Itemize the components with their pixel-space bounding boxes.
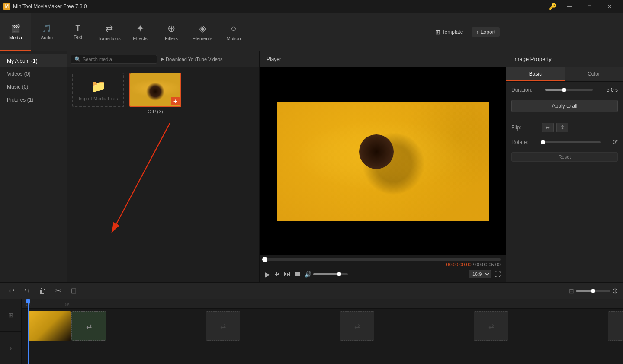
apply-all-button[interactable]: Apply to all — [511, 100, 618, 112]
fullscreen-button[interactable]: ⛶ — [495, 271, 501, 278]
media-thumbnail[interactable]: + — [129, 73, 181, 107]
template-button[interactable]: ⊞ Template — [435, 29, 463, 35]
transition-slot-0[interactable]: ⇄ — [71, 311, 106, 341]
stop-button[interactable]: ⏹ — [294, 270, 301, 278]
import-media-button[interactable]: 📁 Import Media Files — [72, 73, 124, 107]
tab-elements[interactable]: ◈ Elements — [187, 13, 218, 51]
delete-button[interactable]: 🗑 — [36, 285, 48, 297]
player-controls: ▶ ⏮ ⏭ ⏹ 🔊 16:9 9:16 1:1 4:3 ⛶ — [260, 268, 506, 282]
volume-slider[interactable] — [313, 273, 348, 275]
duration-slider[interactable] — [545, 89, 593, 91]
text-icon: T — [76, 24, 80, 33]
prev-frame-button[interactable]: ⏮ — [273, 270, 280, 278]
template-icon: ⊞ — [435, 29, 440, 35]
transition-slot-4[interactable]: ⇄ — [608, 311, 623, 341]
redo-button[interactable]: ↪ — [21, 285, 33, 297]
video-track-label: ⊞ — [0, 299, 21, 332]
tab-effects-label: Effects — [133, 36, 147, 41]
sidebar-item-myalbum[interactable]: My Album (1) — [0, 54, 67, 67]
tab-basic[interactable]: Basic — [506, 67, 565, 81]
volume-area: 🔊 — [305, 271, 348, 278]
zoom-plus-icon[interactable]: ⊕ — [612, 287, 618, 295]
undo-button[interactable]: ↩ — [5, 285, 17, 297]
tab-effects[interactable]: ✦ Effects — [125, 13, 156, 51]
tab-transitions[interactable]: ⇄ Transitions — [93, 13, 125, 51]
minimize-button[interactable]: — — [560, 0, 580, 13]
flip-horizontal-button[interactable]: ⇔ — [542, 123, 554, 132]
rotate-thumb[interactable] — [541, 140, 545, 144]
next-frame-button[interactable]: ⏭ — [284, 270, 291, 278]
download-icon: ▶ — [161, 56, 164, 62]
clip-thumbnail — [28, 311, 71, 341]
video-frame — [277, 102, 489, 221]
close-button[interactable]: ✕ — [600, 0, 620, 13]
progress-thumb[interactable] — [262, 257, 267, 262]
tab-text[interactable]: T Text — [62, 13, 93, 51]
cut-button[interactable]: ✂ — [52, 285, 64, 297]
rotate-row: Rotate: 0° — [511, 139, 618, 145]
tab-media-label: Media — [9, 35, 22, 40]
tab-transitions-label: Transitions — [97, 36, 120, 41]
zoom-slider[interactable] — [576, 290, 610, 292]
rotate-value: 0° — [601, 139, 618, 145]
ruler-line-0s — [26, 305, 26, 308]
tab-motion[interactable]: ○ Motion — [218, 13, 249, 51]
properties-panel: Image Property Basic Color Duration: 5.0… — [506, 51, 623, 282]
sidebar-item-music[interactable]: Music (0) — [0, 80, 67, 93]
rotate-label: Rotate: — [511, 139, 542, 145]
rotate-slider[interactable] — [542, 141, 601, 143]
search-input[interactable] — [83, 57, 153, 62]
flip-vertical-button[interactable]: ⇕ — [556, 123, 568, 132]
template-label: Template — [442, 29, 463, 35]
timeline-playhead[interactable] — [28, 299, 29, 364]
win-controls: — □ ✕ — [560, 0, 620, 13]
zoom-fill — [576, 290, 593, 292]
maximize-button[interactable]: □ — [580, 0, 600, 13]
export-label: Export — [480, 29, 495, 35]
duration-label: Duration: — [511, 87, 542, 93]
sidebar: My Album (1) Videos (0) Music (0) Pictur… — [0, 51, 67, 282]
download-youtube-button[interactable]: ▶ Download YouTube Videos — [161, 56, 223, 62]
progress-bar[interactable] — [265, 258, 501, 261]
player-panel: Player 00:00:00.00 / 00:00:05.00 — [260, 51, 506, 282]
current-time: 00:00:00.00 — [446, 262, 472, 267]
tab-filters-label: Filters — [165, 36, 178, 41]
transition-slot-2[interactable]: ⇄ — [340, 311, 374, 341]
duration-row: Duration: 5.0 s — [511, 87, 618, 93]
duration-thumb[interactable] — [562, 88, 566, 92]
titlebar: M MiniTool MovieMaker Free 7.3.0 🔑 — □ ✕ — [0, 0, 623, 13]
media-icon: 🎬 — [11, 24, 20, 33]
play-button[interactable]: ▶ — [265, 270, 270, 278]
duration-value: 5.0 s — [596, 87, 618, 93]
media-thumb-label: OIP (3) — [129, 109, 181, 114]
sidebar-item-videos[interactable]: Videos (0) — [0, 67, 67, 80]
tab-filters[interactable]: ⊕ Filters — [156, 13, 187, 51]
tab-audio[interactable]: 🎵 Audio — [31, 13, 62, 51]
transition-slot-1[interactable]: ⇄ — [206, 311, 240, 341]
add-to-timeline-button[interactable]: + — [171, 97, 180, 105]
timeline-clip[interactable] — [28, 311, 71, 341]
audio-icon: 🎵 — [42, 24, 51, 33]
volume-thumb[interactable] — [337, 272, 341, 276]
zoom-split-icon: ⊟ — [569, 287, 574, 294]
search-box[interactable]: 🔍 — [71, 55, 157, 64]
duration-fill — [545, 89, 564, 91]
export-button[interactable]: ↑ Export — [472, 27, 500, 37]
sidebar-item-pictures[interactable]: Pictures (1) — [0, 93, 67, 106]
tab-color[interactable]: Color — [565, 67, 623, 81]
aspect-ratio-select[interactable]: 16:9 9:16 1:1 4:3 — [469, 270, 491, 278]
video-center-disc — [359, 134, 394, 169]
track-labels: ⊞ ♪ — [0, 299, 22, 364]
volume-icon[interactable]: 🔊 — [305, 271, 312, 278]
download-label: Download YouTube Videos — [166, 57, 223, 62]
tab-media[interactable]: 🎬 Media — [0, 13, 31, 51]
transition-slot-3[interactable]: ⇄ — [474, 311, 508, 341]
crop-button[interactable]: ⊡ — [67, 285, 80, 297]
tab-text-label: Text — [74, 35, 82, 40]
reset-button[interactable]: Reset — [511, 152, 618, 162]
player-header: Player — [260, 51, 506, 67]
content-area: My Album (1) Videos (0) Music (0) Pictur… — [0, 51, 623, 364]
zoom-thumb[interactable] — [591, 289, 595, 293]
media-thumbnail-container: + OIP (3) — [129, 73, 181, 114]
media-content: 📁 Import Media Files + OIP (3) — [67, 67, 259, 282]
